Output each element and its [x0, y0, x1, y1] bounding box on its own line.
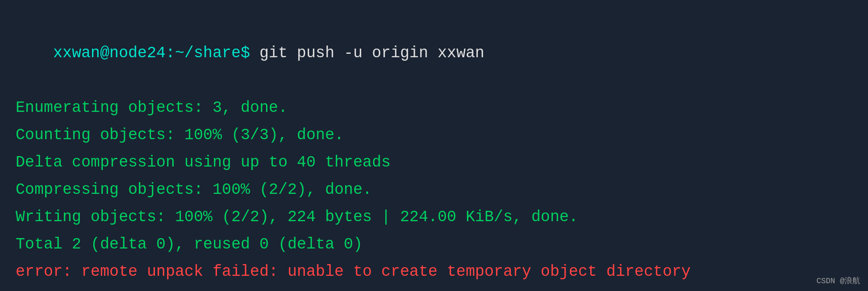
terminal-line-total: Total 2 (delta 0), reused 0 (delta 0): [16, 231, 852, 258]
terminal-line-compress: Compressing objects: 100% (2/2), done.: [16, 176, 852, 203]
prompt-user: xxwan@node24:~/share$: [53, 44, 259, 62]
terminal-line-delta: Delta compression using up to 40 threads: [16, 149, 852, 176]
terminal-line-error1: error: remote unpack failed: unable to c…: [16, 258, 852, 285]
watermark: CSDN @浪航: [816, 275, 860, 286]
terminal-line-enum: Enumerating objects: 3, done.: [16, 94, 852, 121]
prompt-cmd: git push -u origin xxwan: [260, 44, 484, 62]
terminal-line-to: To /home/yhliu/share: [16, 285, 852, 291]
terminal-line-write: Writing objects: 100% (2/2), 224 bytes |…: [16, 203, 852, 231]
terminal-line-prompt: xxwan@node24:~/share$ git push -u origin…: [16, 12, 852, 94]
terminal-window: xxwan@node24:~/share$ git push -u origin…: [0, 0, 868, 291]
terminal-line-count: Counting objects: 100% (3/3), done.: [16, 121, 852, 149]
